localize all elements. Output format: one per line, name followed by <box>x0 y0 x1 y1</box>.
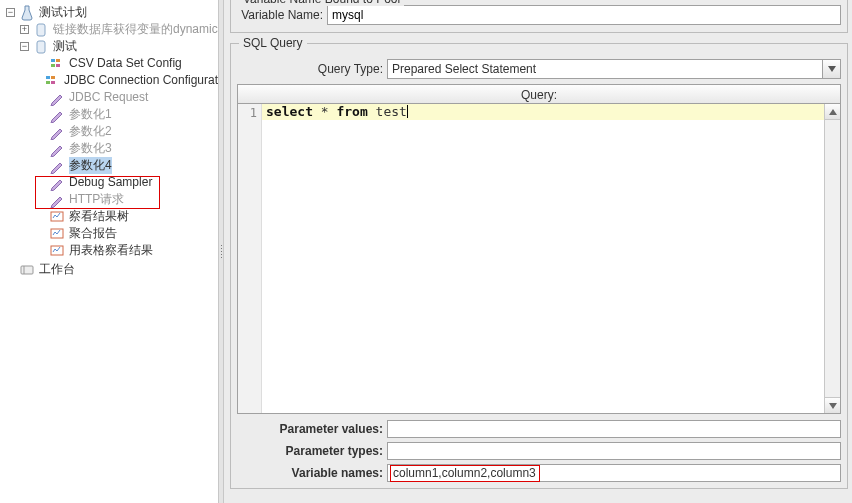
svg-rect-0 <box>37 24 45 36</box>
sampler-icon <box>49 107 65 123</box>
query-type-value: Prepared Select Statement <box>388 62 822 76</box>
code-area[interactable]: select * from test <box>262 104 824 413</box>
listener-icon <box>49 226 65 242</box>
listener-icon <box>49 243 65 259</box>
tree-item-test[interactable]: − 测试 <box>6 38 218 55</box>
tree-label: 参数化3 <box>69 140 112 157</box>
listener-icon <box>49 209 65 225</box>
tree-label: 链接数据库获得变量的dynamic <box>53 21 218 38</box>
tree-label: HTTP请求 <box>69 191 124 208</box>
variable-name-input[interactable] <box>327 5 841 25</box>
tree-label: CSV Data Set Config <box>69 55 182 72</box>
sql-editor[interactable]: 1 select * from test <box>237 104 841 414</box>
tree-label: Debug Sampler <box>69 174 152 191</box>
tree-item-param4[interactable]: 参数化4 <box>6 157 218 174</box>
text-caret <box>407 105 408 118</box>
tree-label: 测试计划 <box>39 4 87 21</box>
tree-label: JDBC Connection Configurat <box>64 72 218 89</box>
sampler-icon <box>49 90 65 106</box>
sampler-icon <box>49 124 65 140</box>
collapse-icon[interactable]: − <box>6 8 15 17</box>
tree-label: 工作台 <box>39 261 75 278</box>
scroll-track[interactable] <box>825 120 840 397</box>
grip-icon <box>221 245 222 258</box>
svg-rect-8 <box>46 81 50 84</box>
config-icon <box>49 56 65 72</box>
config-icon <box>44 73 60 89</box>
parameter-values-input[interactable] <box>387 420 841 438</box>
line-number: 1 <box>238 106 257 120</box>
variable-pool-group: Variable Name Bound to Pool Variable Nam… <box>230 0 848 33</box>
variable-names-label: Variable names: <box>237 466 387 480</box>
tree-panel: − 测试计划 + 链接数据库获得变量的dynamic − 测试 CS <box>0 0 218 503</box>
tree-item-dynamic[interactable]: + 链接数据库获得变量的dynamic <box>6 21 218 38</box>
scroll-up-icon[interactable] <box>825 104 840 120</box>
threadgroup-icon <box>33 39 49 55</box>
workbench-icon <box>19 262 35 278</box>
tree-label: 参数化1 <box>69 106 112 123</box>
threadgroup-icon <box>33 22 49 38</box>
tree-item-param3[interactable]: 参数化3 <box>6 140 218 157</box>
tree-label: 参数化2 <box>69 123 112 140</box>
svg-rect-7 <box>51 76 55 79</box>
group-legend: Variable Name Bound to Pool <box>239 0 404 6</box>
testplan-icon <box>19 5 35 21</box>
tree-item-csv[interactable]: CSV Data Set Config <box>6 55 218 72</box>
svg-rect-4 <box>51 64 55 67</box>
svg-rect-6 <box>46 76 50 79</box>
tree-label: 参数化4 <box>69 157 112 174</box>
parameter-values-label: Parameter values: <box>237 422 387 436</box>
line-gutter: 1 <box>238 104 262 413</box>
parameter-types-label: Parameter types: <box>237 444 387 458</box>
tree-label: 察看结果树 <box>69 208 129 225</box>
tree-item-param1[interactable]: 参数化1 <box>6 106 218 123</box>
svg-rect-13 <box>21 266 33 274</box>
collapse-icon[interactable]: − <box>20 42 29 51</box>
sql-query-group: SQL Query Query Type: Prepared Select St… <box>230 43 848 489</box>
tree-item-jdbcreq[interactable]: JDBC Request <box>6 89 218 106</box>
scroll-down-icon[interactable] <box>825 397 840 413</box>
tree-label: 聚合报告 <box>69 225 117 242</box>
query-header: Query: <box>237 84 841 104</box>
query-type-select[interactable]: Prepared Select Statement <box>387 59 841 79</box>
tree-item-viewtree[interactable]: 察看结果树 <box>6 208 218 225</box>
code-line: select * from test <box>262 104 824 120</box>
editor-panel: Variable Name Bound to Pool Variable Nam… <box>224 0 852 503</box>
tree-item-tableview[interactable]: 用表格察看结果 <box>6 242 218 259</box>
vertical-scrollbar[interactable] <box>824 104 840 413</box>
annotation-box: column1,column2,column3 <box>390 465 540 482</box>
dropdown-icon[interactable] <box>822 60 840 78</box>
tree-root[interactable]: − 测试计划 <box>6 4 218 21</box>
svg-rect-3 <box>56 59 60 62</box>
svg-rect-5 <box>56 64 60 67</box>
tree-item-aggregate[interactable]: 聚合报告 <box>6 225 218 242</box>
query-type-label: Query Type: <box>237 62 387 76</box>
sampler-icon <box>49 175 65 191</box>
svg-rect-1 <box>37 41 45 53</box>
tree-item-debug[interactable]: Debug Sampler <box>6 174 218 191</box>
parameter-types-input[interactable] <box>387 442 841 460</box>
tree-item-http[interactable]: HTTP请求 <box>6 191 218 208</box>
svg-rect-2 <box>51 59 55 62</box>
expand-icon[interactable]: + <box>20 25 29 34</box>
tree-item-param2[interactable]: 参数化2 <box>6 123 218 140</box>
sampler-icon <box>49 141 65 157</box>
tree-item-jdbcconn[interactable]: JDBC Connection Configurat <box>6 72 218 89</box>
tree-label: 用表格察看结果 <box>69 242 153 259</box>
tree-label: JDBC Request <box>69 89 148 106</box>
variable-names-input[interactable]: column1,column2,column3 <box>387 464 841 482</box>
tree-label: 测试 <box>53 38 77 55</box>
svg-rect-9 <box>51 81 55 84</box>
sampler-icon <box>49 192 65 208</box>
sampler-icon <box>49 158 65 174</box>
group-legend: SQL Query <box>239 36 307 50</box>
variable-name-label: Variable Name: <box>237 8 327 22</box>
tree-workbench[interactable]: 工作台 <box>6 261 218 278</box>
